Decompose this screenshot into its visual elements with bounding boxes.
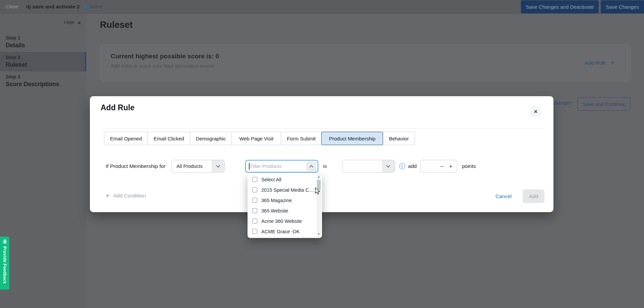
dropdown-option-label: ACME Grace -DK <box>261 229 300 234</box>
dropdown-option-label: Select All <box>261 177 281 182</box>
scroll-up-icon[interactable]: ▲ <box>318 175 320 179</box>
provide-feedback-tab[interactable]: Provide Feedback <box>0 237 9 290</box>
dropdown-option[interactable]: 365 Website <box>248 205 322 216</box>
steps-list: Step 1 Details Step 2 Ruleset Step 3 Sco… <box>0 33 86 91</box>
product-scope-value: All Products <box>172 164 212 169</box>
save-and-continue-button[interactable]: Save and Continue <box>578 97 630 111</box>
status-dot <box>83 5 87 9</box>
dropdown-option[interactable]: ACME Grace -DK <box>248 226 322 237</box>
step-number: Step 1 <box>6 35 86 41</box>
top-bar: Close dj save and activate 2 Active Save… <box>0 0 644 14</box>
sidebar-item-step2-ruleset[interactable]: Step 2 Ruleset <box>0 52 86 71</box>
scrollbar[interactable]: ▲ ▼ <box>316 174 321 237</box>
dropdown-option[interactable]: 2015 Special Media C... <box>248 185 322 195</box>
checkbox[interactable] <box>252 219 257 224</box>
dropdown-option[interactable]: 365 Magazine <box>248 195 322 205</box>
filter-products-placeholder: Filter Products <box>250 164 306 169</box>
sidebar-item-step1-details[interactable]: Step 1 Details <box>0 33 86 52</box>
add-button[interactable]: Add <box>523 189 544 203</box>
close-icon[interactable]: ✕ <box>530 106 541 117</box>
cancel-button[interactable]: Cancel <box>495 193 512 199</box>
hide-label: Hide <box>64 19 74 25</box>
tab-form-submit[interactable]: Form Submit <box>281 132 322 145</box>
add-rule-button[interactable]: Add Rule + <box>585 59 614 67</box>
topbar-actions: Save Changes and Deactivate Save Changes <box>521 0 644 13</box>
collapse-icon: « <box>77 20 81 25</box>
modal-footer: Cancel Add <box>495 189 544 203</box>
checkbox[interactable] <box>252 177 257 182</box>
mouse-cursor <box>314 187 321 196</box>
scroll-down-icon[interactable]: ▼ <box>318 233 320 236</box>
rule-type-tabs: Email Opened Email Clicked Demographic W… <box>104 132 415 145</box>
rule-condition-row: If Product Membership for All Products F… <box>106 160 476 173</box>
dropdown-option-label: 2015 Special Media C... <box>261 187 313 193</box>
step-name: Score Descriptions <box>6 81 86 88</box>
save-changes-deactivate-button[interactable]: Save Changes and Deactivate <box>521 0 599 13</box>
checkbox[interactable] <box>252 208 257 213</box>
hide-sidebar-control[interactable]: Hide « <box>0 14 86 25</box>
text-caret <box>249 163 250 170</box>
document-title: dj save and activate 2 <box>26 4 79 10</box>
dropdown-option-label: 365 Magazine <box>261 198 292 203</box>
plus-icon: + <box>610 59 614 67</box>
score-summary-card: Current highest possible score is: 0 Add… <box>100 45 631 81</box>
page-title: Ruleset <box>100 20 133 30</box>
checkbox[interactable] <box>252 229 257 234</box>
dropdown-option-label: 365 Website <box>261 208 288 213</box>
chevron-up-icon[interactable] <box>306 161 317 171</box>
modal-title: Add Rule <box>101 103 135 112</box>
add-rule-label: Add Rule <box>585 60 606 66</box>
is-label: is <box>323 163 327 169</box>
sidebar-item-step3-score-descriptions[interactable]: Step 3 Score Descriptions <box>0 71 86 91</box>
minus-icon[interactable]: − <box>440 163 444 170</box>
step-name: Details <box>6 42 86 49</box>
divider <box>100 128 543 129</box>
discard-changes-link-partial[interactable]: Changes <box>551 100 572 106</box>
score-card-subtitle: Add rules to score your lead generation … <box>111 63 219 69</box>
dropdown-option-label: Acme 360 Website <box>261 219 302 224</box>
add-condition-label: Add Condition <box>113 193 146 199</box>
tab-demographic[interactable]: Demographic <box>190 132 232 145</box>
product-scope-select[interactable]: All Products <box>171 160 225 173</box>
dropdown-option[interactable]: Acme 360 Website <box>248 216 322 226</box>
tab-product-membership[interactable]: Product Membership <box>321 132 383 145</box>
checkbox[interactable] <box>252 187 257 192</box>
plus-icon[interactable]: + <box>449 163 452 170</box>
close-link[interactable]: Close <box>6 4 18 9</box>
score-card-title: Current highest possible score is: 0 <box>111 53 219 60</box>
condition-prefix-label: If Product Membership for <box>106 163 165 169</box>
chevron-down-icon <box>382 160 395 172</box>
filter-products-input[interactable]: Filter Products <box>245 160 318 173</box>
step-number: Step 3 <box>6 74 86 79</box>
step-name: Ruleset <box>6 61 86 68</box>
score-card-text: Current highest possible score is: 0 Add… <box>111 53 219 69</box>
info-icon[interactable]: i <box>399 163 405 169</box>
add-condition-button[interactable]: + Add Condition <box>106 192 146 199</box>
chevron-down-icon <box>212 160 224 172</box>
checkbox[interactable] <box>252 198 257 203</box>
save-changes-button[interactable]: Save Changes <box>601 0 644 13</box>
provide-feedback-label: Provide Feedback <box>2 246 7 284</box>
products-dropdown-list: Select All 2015 Special Media C... 365 M… <box>248 173 322 238</box>
plus-icon: + <box>106 192 110 199</box>
membership-operator-select[interactable] <box>342 160 395 173</box>
steps-sidebar: Hide « Step 1 Details Step 2 Ruleset Ste… <box>0 14 86 308</box>
status-label: Active <box>89 4 103 9</box>
points-label: points <box>462 163 476 169</box>
step-number: Step 2 <box>6 55 86 60</box>
tab-email-clicked[interactable]: Email Clicked <box>148 132 190 145</box>
tab-web-page-visit[interactable]: Web Page Visit <box>231 132 281 145</box>
tab-email-opened[interactable]: Email Opened <box>104 132 148 145</box>
add-points-label: add <box>408 163 417 169</box>
points-stepper[interactable]: − + <box>420 160 457 173</box>
dropdown-option-select-all[interactable]: Select All <box>248 174 322 185</box>
bug-icon <box>2 239 7 244</box>
tab-behavior[interactable]: Behavior <box>383 132 415 145</box>
